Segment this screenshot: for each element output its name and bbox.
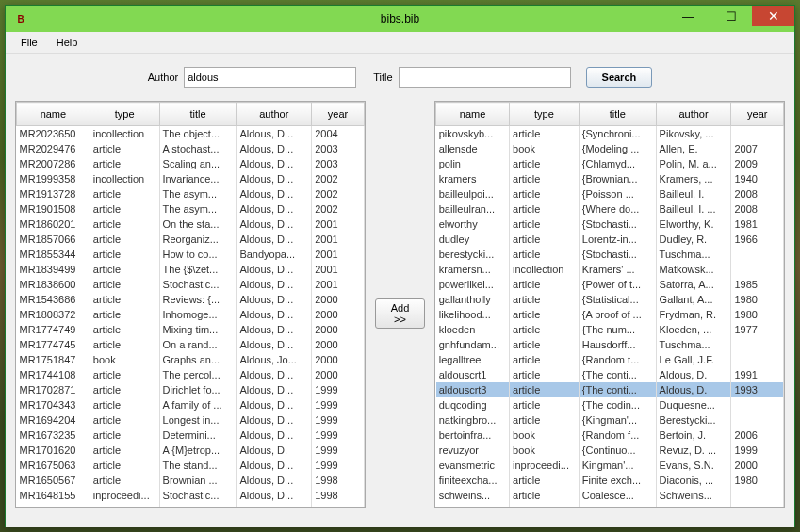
cell-name: natkingbro... [436, 412, 510, 427]
table-row[interactable]: MR1857066articleReorganiz...Aldous, D...… [17, 232, 365, 247]
table-row[interactable]: MR1675063articleThe stand...Aldous, D...… [17, 458, 365, 473]
right-table: name type title author year pikovskyb...… [435, 102, 784, 507]
cell-title: The object... [159, 126, 237, 142]
col-type[interactable]: type [510, 103, 580, 126]
table-row[interactable]: MR1751847bookGraphs an...Aldous, Jo...20… [17, 352, 365, 367]
table-row[interactable]: MR1838600articleStochastic...Aldous, D..… [17, 277, 365, 292]
col-title[interactable]: title [579, 103, 656, 126]
table-row[interactable]: MR1641670articleTree-value...Aldous, D..… [17, 503, 365, 507]
table-row[interactable]: finiteexcha...articleFinite exch...Diaco… [436, 473, 784, 488]
close-button[interactable]: ✕ [752, 6, 794, 26]
table-row[interactable]: berestycki...articleBeta-coal...Berestyc… [436, 503, 784, 507]
menu-help[interactable]: Help [47, 34, 88, 51]
table-row[interactable]: MR1774745articleOn a rand...Aldous, D...… [17, 337, 365, 352]
table-row[interactable]: MR1860201articleOn the sta...Aldous, D..… [17, 217, 365, 232]
table-row[interactable]: MR1913728articleThe asym...Aldous, D...2… [17, 186, 365, 202]
table-row[interactable]: MR1673235articleDetermini...Aldous, D...… [17, 427, 365, 443]
table-row[interactable]: MR2023650incollectionThe object...Aldous… [17, 126, 365, 142]
window-controls: — ☐ ✕ [667, 6, 794, 26]
table-row[interactable]: aldouscrt3article{The conti...Aldous, D.… [436, 382, 784, 397]
search-button[interactable]: Search [586, 67, 653, 88]
cell-author: Bailleul, I. ... [656, 202, 731, 217]
maximize-button[interactable]: ☐ [710, 6, 752, 26]
table-row[interactable]: elworthyarticle{Stochasti...Elworthy, K.… [436, 217, 784, 232]
table-row[interactable]: polinarticle{Chlamyd...Polin, M. a...200… [436, 156, 784, 171]
table-row[interactable]: berestycki...article{Stochasti...Tuschma… [436, 247, 784, 262]
left-table-scroll[interactable]: name type title author year MR2023650inc… [16, 102, 365, 507]
cell-type: article [90, 292, 159, 307]
col-author[interactable]: author [656, 103, 731, 126]
add-button[interactable]: Add >> [375, 298, 425, 329]
table-row[interactable]: kloedenarticle{The num...Kloeden, ...197… [436, 322, 784, 337]
table-row[interactable]: pikovskyb...article{Synchroni...Pikovsky… [436, 126, 784, 142]
cell-title: {A proof of ... [579, 307, 656, 322]
col-name[interactable]: name [17, 103, 90, 126]
col-type[interactable]: type [90, 103, 159, 126]
table-row[interactable]: MR1543686articleReviews: {...Aldous, D..… [17, 292, 365, 307]
table-row[interactable]: allensdebook{Modeling ...Allen, E.2007 [436, 141, 784, 156]
table-row[interactable]: MR1808372articleInhomoge...Aldous, D...2… [17, 307, 365, 322]
table-row[interactable]: duqcodingarticle{The codin...Duquesne... [436, 397, 784, 412]
author-input[interactable] [184, 67, 356, 88]
col-year[interactable]: year [731, 103, 784, 126]
table-row[interactable]: MR1774749articleMixing tim...Aldous, D..… [17, 322, 365, 337]
table-row[interactable]: kramersn...incollectionKramers' ...Matko… [436, 262, 784, 277]
table-row[interactable]: legalltreearticle{Random t...Le Gall, J.… [436, 352, 784, 367]
cell-type: article [510, 186, 580, 202]
table-row[interactable]: MR1694204articleLongest in...Aldous, D..… [17, 412, 365, 427]
cell-author: Aldous, D. [656, 367, 731, 382]
table-row[interactable]: MR2029476articleA stochast...Aldous, D..… [17, 141, 365, 156]
table-row[interactable]: bailleulran...article{Where do...Bailleu… [436, 202, 784, 217]
cell-title: {Statistical... [579, 292, 656, 307]
cell-type: article [90, 337, 159, 352]
table-row[interactable]: MR1702871articleDirichlet fo...Aldous, D… [17, 382, 365, 397]
cell-title: Reviews: {... [159, 292, 237, 307]
col-author[interactable]: author [237, 103, 312, 126]
table-row[interactable]: bertoinfra...book{Random f...Bertoin, J.… [436, 427, 784, 443]
col-title[interactable]: title [159, 103, 237, 126]
table-row[interactable]: aldouscrt1article{The conti...Aldous, D.… [436, 367, 784, 382]
cell-name: berestycki... [436, 503, 510, 507]
title-input[interactable] [399, 67, 571, 88]
cell-title: {Chlamyd... [579, 156, 656, 171]
cell-title: {The conti... [579, 382, 656, 397]
table-row[interactable]: natkingbro...article{Kingman'...Berestyc… [436, 412, 784, 427]
table-row[interactable]: kramersarticle{Brownian...Kramers, ...19… [436, 171, 784, 186]
cell-author: Aldous, D... [237, 488, 312, 503]
table-row[interactable]: MR2007286articleScaling an...Aldous, D..… [17, 156, 365, 171]
cell-author: Aldous, D... [237, 473, 312, 488]
cell-title: Graphs an... [159, 352, 237, 367]
titlebar: B bibs.bib — ☐ ✕ [6, 6, 794, 32]
cell-name: revuzyor [436, 443, 510, 458]
menu-file[interactable]: File [11, 34, 47, 51]
table-row[interactable]: gnhfundam...articleHausdorff...Tuschma..… [436, 337, 784, 352]
table-row[interactable]: MR1650567articleBrownian ...Aldous, D...… [17, 473, 365, 488]
table-row[interactable]: gallanthollyarticle{Statistical...Gallan… [436, 292, 784, 307]
table-row[interactable]: MR1901508articleThe asym...Aldous, D...2… [17, 202, 365, 217]
table-row[interactable]: MR1839499articleThe {$\zet...Aldous, D..… [17, 262, 365, 277]
table-row[interactable]: MR1999358incollectionInvariance...Aldous… [17, 171, 365, 186]
table-row[interactable]: schweins...articleCoalesce...Schweins... [436, 488, 784, 503]
col-year[interactable]: year [312, 103, 365, 126]
minimize-button[interactable]: — [667, 6, 710, 26]
window-title: bibs.bib [381, 12, 419, 25]
cell-title: A {M}etrop... [159, 443, 237, 458]
table-row[interactable]: MR1701620articleA {M}etrop...Aldous, D.1… [17, 443, 365, 458]
table-row[interactable]: dudleyarticleLorentz-in...Dudley, R.1966 [436, 232, 784, 247]
cell-year: 2001 [312, 217, 365, 232]
table-row[interactable]: MR1648155inproceedi...Stochastic...Aldou… [17, 488, 365, 503]
table-row[interactable]: evansmetricinproceedi...Kingman'...Evans… [436, 458, 784, 473]
table-row[interactable]: powerlikel...article{Power of t...Satorr… [436, 277, 784, 292]
table-row[interactable]: MR1855344articleHow to co...Bandyopa...2… [17, 247, 365, 262]
table-row[interactable]: likelihood...article{A proof of ...Frydm… [436, 307, 784, 322]
cell-author: Le Gall, J.F. [656, 352, 731, 367]
col-name[interactable]: name [436, 103, 510, 126]
table-row[interactable]: MR1744108articleThe percol...Aldous, D..… [17, 367, 365, 382]
cell-year: 1980 [731, 307, 784, 322]
table-row[interactable]: MR1704343articleA family of ...Aldous, D… [17, 397, 365, 412]
cell-type: article [90, 382, 159, 397]
right-table-scroll[interactable]: name type title author year pikovskyb...… [435, 102, 784, 507]
table-row[interactable]: revuzyorbook{Continuo...Revuz, D. ...199… [436, 443, 784, 458]
app-icon: B [13, 11, 28, 26]
table-row[interactable]: bailleulpoi...article{Poisson ...Bailleu… [436, 186, 784, 202]
